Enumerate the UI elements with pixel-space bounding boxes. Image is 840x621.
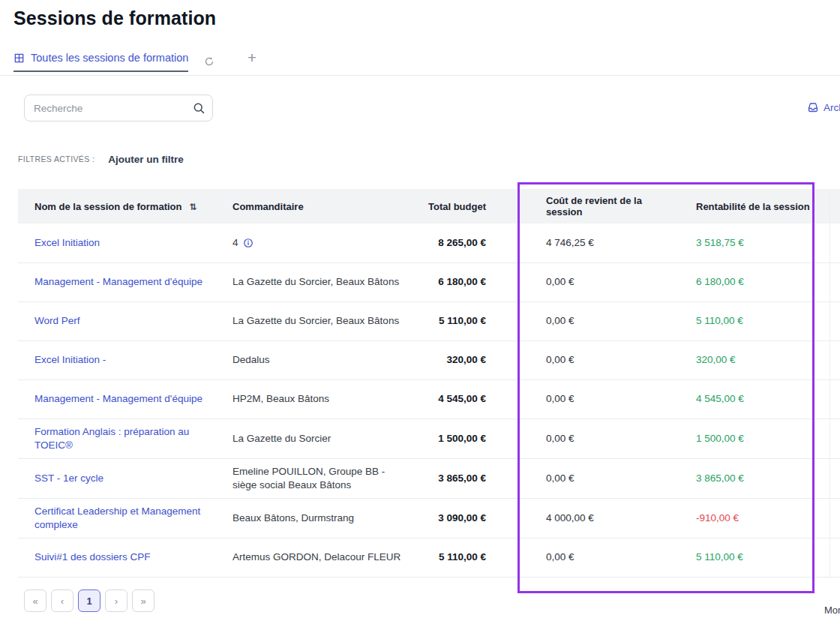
pagination-last-button[interactable]: » [132, 590, 154, 612]
table-row[interactable]: SST - 1er cycle Emeline POUILLON, Groupe… [18, 458, 840, 498]
profit-cell: 6 180,00 € [680, 262, 830, 302]
archives-label: Archives [824, 102, 840, 113]
table-row[interactable]: Suivi#1 des dossiers CPF Artemus GORDON,… [18, 538, 840, 577]
pagination-next-button[interactable]: › [105, 590, 128, 612]
session-link[interactable]: Word Perf [34, 315, 80, 326]
profit-cell: -910,00 € [680, 498, 830, 538]
info-icon[interactable] [243, 238, 254, 248]
sort-icon[interactable]: ⇅ [190, 202, 197, 212]
sponsor-cell: Artemus GORDON, Delacour FLEUR [214, 538, 416, 577]
budget-cell: 5 110,00 € [416, 538, 510, 577]
add-filter-button[interactable]: Ajouter un filtre [108, 154, 184, 165]
profit-cell: 5 110,00 € [680, 538, 830, 577]
session-link[interactable]: Formation Anglais : préparation au TOEIC… [34, 426, 189, 451]
cost-cell: 0,00 € [510, 340, 680, 380]
sponsor-cell: La Gazette du Sorcier, Beaux Bâtons [214, 262, 416, 302]
session-link[interactable]: Excel Initiation [34, 237, 100, 248]
session-link[interactable]: Management - Management d'équipe [34, 276, 202, 287]
sessions-page: Sessions de formation Toutes les session… [0, 0, 840, 621]
profit-cell: 1 500,00 € [680, 418, 830, 458]
cost-cell: 4 746,25 € [510, 224, 680, 262]
archive-icon [807, 101, 819, 113]
column-header-name[interactable]: Nom de la session de formation⇅ [18, 189, 214, 224]
profit-cell: 320,00 € [680, 340, 830, 380]
sponsor-cell: La Gazette du Sorcier, Beaux Bâtons [214, 302, 416, 340]
cost-cell: 0,00 € [510, 262, 680, 302]
refresh-icon[interactable] [202, 56, 216, 69]
sponsor-cell: La Gazette du Sorcier [214, 418, 416, 458]
column-header-ghost [830, 189, 840, 224]
session-link[interactable]: Certificat Leadership et Management comp… [34, 506, 200, 530]
table-row[interactable]: Excel Initiation 4 8 265,00 € 4 746,25 €… [18, 224, 840, 262]
filters-row: FILTRES ACTIVÉS : Ajouter un filtre [18, 152, 184, 166]
archives-button[interactable]: Archives [807, 101, 840, 113]
session-link[interactable]: Management - Management d'équipe [34, 393, 202, 404]
tabbar-divider [0, 75, 840, 76]
cost-cell: 0,00 € [510, 302, 680, 340]
sessions-table: Nom de la session de formation⇅ Commandi… [18, 189, 840, 578]
column-header-profit: Rentabilité de la session [680, 189, 830, 224]
table-row[interactable]: Management - Management d'équipe HP2M, B… [18, 380, 840, 418]
column-header-cost: Coût de revient de la session [510, 189, 680, 224]
table-row[interactable]: Certificat Leadership et Management comp… [18, 498, 840, 538]
budget-cell: 8 265,00 € [416, 224, 510, 262]
profit-cell: 5 110,00 € [680, 302, 830, 340]
table-header-row: Nom de la session de formation⇅ Commandi… [18, 189, 840, 224]
budget-cell: 1 500,00 € [416, 418, 510, 458]
budget-cell: 5 110,00 € [416, 302, 510, 340]
profit-cell: 3 518,75 € [680, 224, 830, 262]
tab-label: Toutes les sessions de formation [31, 52, 188, 64]
cost-cell: 0,00 € [510, 418, 680, 458]
cost-cell: 0,00 € [510, 538, 680, 577]
add-view-button[interactable]: + [243, 48, 261, 68]
cost-cell: 0,00 € [510, 458, 680, 498]
column-header-name-label: Nom de la session de formation [34, 201, 182, 212]
session-link[interactable]: Suivi#1 des dossiers CPF [34, 551, 151, 562]
column-header-budget: Total budget [416, 189, 510, 224]
tab-all-sessions[interactable]: Toutes les sessions de formation [14, 52, 188, 72]
session-link[interactable]: Excel Initiation - [34, 354, 106, 365]
budget-cell: 3 090,00 € [416, 498, 510, 538]
cost-cell: 4 000,00 € [510, 498, 680, 538]
budget-cell: 320,00 € [416, 340, 510, 380]
page-title: Sessions de formation [14, 8, 216, 29]
active-filters-label: FILTRES ACTIVÉS : [18, 154, 94, 164]
pagination-first-button[interactable]: « [24, 590, 46, 612]
rows-per-page-label[interactable]: Montrer [824, 604, 840, 616]
sponsor-cell: Emeline POUILLON, Groupe BB - siège soci… [214, 458, 416, 498]
budget-cell: 4 545,00 € [416, 380, 510, 418]
pagination: « ‹ 1 › » [24, 590, 154, 612]
search-input[interactable] [25, 95, 212, 121]
profit-cell: 3 865,00 € [680, 458, 830, 498]
budget-cell: 6 180,00 € [416, 262, 510, 302]
search-box [24, 94, 213, 122]
pagination-page-1-button[interactable]: 1 [78, 590, 100, 612]
profit-cell: 4 545,00 € [680, 380, 830, 418]
column-header-sponsor: Commanditaire [214, 189, 416, 224]
sponsor-cell: HP2M, Beaux Bâtons [214, 380, 416, 418]
cost-cell: 0,00 € [510, 380, 680, 418]
session-link[interactable]: SST - 1er cycle [34, 472, 104, 484]
pagination-prev-button[interactable]: ‹ [51, 590, 74, 612]
table-row[interactable]: Management - Management d'équipe La Gaze… [18, 262, 840, 302]
table-row[interactable]: Word Perf La Gazette du Sorcier, Beaux B… [18, 302, 840, 340]
table-row[interactable]: Excel Initiation - Dedalus 320,00 € 0,00… [18, 340, 840, 380]
sponsor-count: 4 [232, 236, 238, 250]
sponsor-cell: Dedalus [214, 340, 416, 380]
budget-cell: 3 865,00 € [416, 458, 510, 498]
grid-view-icon [14, 52, 25, 64]
table-row[interactable]: Formation Anglais : préparation au TOEIC… [18, 418, 840, 458]
sponsor-cell: Beaux Bâtons, Durmstrang [214, 498, 416, 538]
